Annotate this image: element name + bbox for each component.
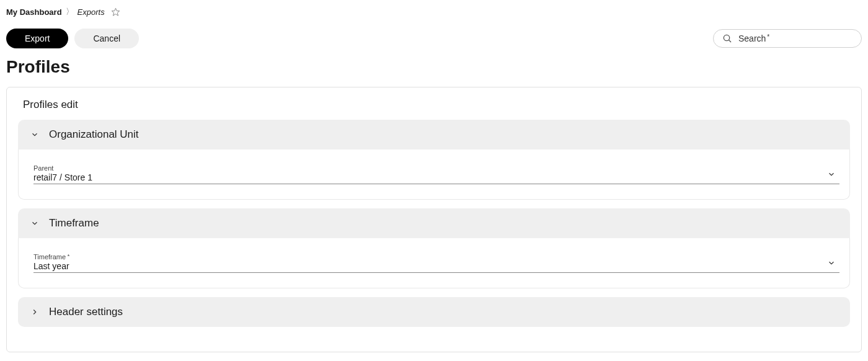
timeframe-field[interactable]: Timeframe Last year <box>33 253 839 273</box>
accordion-header-org-unit[interactable]: Organizational Unit <box>18 120 850 149</box>
accordion-title: Organizational Unit <box>49 128 139 141</box>
accordion-timeframe: Timeframe Timeframe Last year <box>18 208 850 288</box>
search-input[interactable] <box>774 33 852 43</box>
breadcrumb-current[interactable]: Exports <box>78 7 105 17</box>
star-icon[interactable] <box>111 7 120 17</box>
parent-field[interactable]: Parent retail7 / Store 1 <box>33 164 839 184</box>
profiles-panel: Profiles edit Organizational Unit Parent… <box>6 87 862 352</box>
chevron-down-icon <box>827 259 839 271</box>
search-label: Search <box>738 33 768 43</box>
accordion-title: Header settings <box>49 306 123 318</box>
chevron-right-icon <box>30 308 39 316</box>
breadcrumb-separator: 〉 <box>66 6 74 17</box>
page-title: Profiles <box>6 57 862 77</box>
chevron-down-icon <box>827 170 839 182</box>
breadcrumb-root[interactable]: My Dashboard <box>6 7 62 17</box>
accordion-body-timeframe: Timeframe Last year <box>18 238 850 288</box>
parent-field-value: retail7 / Store 1 <box>33 172 92 182</box>
svg-line-2 <box>728 40 731 42</box>
accordion-header-timeframe[interactable]: Timeframe <box>18 208 850 238</box>
action-buttons: Export Cancel <box>6 29 139 48</box>
accordion-header-header-settings[interactable]: Header settings <box>18 297 850 327</box>
search-icon <box>722 33 732 43</box>
search-box[interactable]: Search <box>713 29 862 48</box>
chevron-down-icon <box>30 219 39 228</box>
accordion-org-unit: Organizational Unit Parent retail7 / Sto… <box>18 120 850 200</box>
timeframe-field-value: Last year <box>33 261 69 271</box>
cancel-button[interactable]: Cancel <box>74 29 139 48</box>
parent-field-label: Parent <box>33 164 92 172</box>
timeframe-field-label: Timeframe <box>33 253 69 261</box>
breadcrumb: My Dashboard 〉 Exports <box>6 6 862 17</box>
svg-point-1 <box>724 35 729 40</box>
svg-marker-0 <box>112 8 120 16</box>
accordion-title: Timeframe <box>49 217 99 230</box>
export-button[interactable]: Export <box>6 29 68 48</box>
topbar: Export Cancel Search <box>6 29 862 48</box>
accordion-header-settings: Header settings <box>18 297 850 327</box>
panel-title: Profiles edit <box>18 99 850 111</box>
chevron-down-icon <box>30 130 39 139</box>
accordion-body-org-unit: Parent retail7 / Store 1 <box>18 149 850 200</box>
